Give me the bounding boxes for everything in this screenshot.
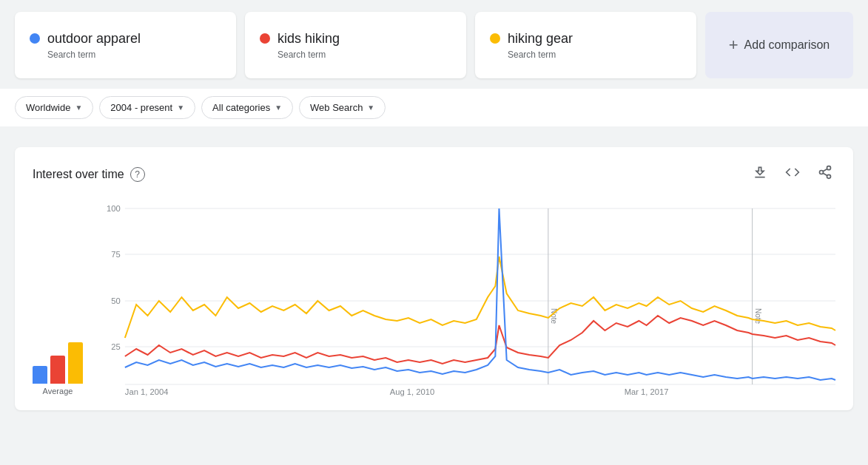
average-label: Average	[43, 387, 73, 396]
svg-text:Mar 1, 2017: Mar 1, 2017	[625, 387, 669, 396]
chart-actions	[750, 162, 835, 186]
avg-bar-red	[50, 356, 65, 384]
term-dot-blue	[30, 33, 40, 44]
term-header: outdoor apparel	[30, 31, 221, 47]
avg-bar-yellow	[68, 342, 83, 384]
search-term-card-outdoor-apparel[interactable]: outdoor apparel Search term	[15, 12, 236, 78]
add-comparison-card[interactable]: + Add comparison	[705, 12, 853, 78]
embed-button[interactable]	[782, 162, 803, 186]
chart-title-row: Interest over time ?	[33, 167, 145, 182]
term-type-kids-hiking: Search term	[277, 50, 451, 60]
chart-container: 100 75 50 25 Note Note Jan 1, 2004 Aug 1…	[95, 201, 835, 396]
chart-area: Average 100 75 50 25 Note N	[33, 201, 835, 396]
chevron-down-icon: ▼	[367, 103, 374, 112]
svg-text:75: 75	[111, 250, 120, 259]
term-type-outdoor-apparel: Search term	[47, 50, 221, 60]
filter-category-label: All categories	[212, 102, 270, 113]
add-comparison-label: Add comparison	[744, 38, 830, 52]
search-terms-row: outdoor apparel Search term kids hiking …	[15, 12, 853, 78]
svg-line-4	[823, 169, 827, 171]
svg-text:Jan 1, 2004: Jan 1, 2004	[125, 387, 169, 396]
term-header: hiking gear	[490, 31, 682, 47]
filters-row: Worldwide ▼ 2004 - present ▼ All categor…	[0, 89, 868, 126]
term-dot-red	[260, 33, 270, 44]
filter-time[interactable]: 2004 - present ▼	[99, 96, 195, 119]
help-icon[interactable]: ?	[130, 167, 145, 182]
filter-search-type[interactable]: Web Search ▼	[299, 96, 386, 119]
filter-time-label: 2004 - present	[110, 102, 172, 113]
line-chart-svg: 100 75 50 25 Note Note Jan 1, 2004 Aug 1…	[95, 201, 835, 393]
term-name-hiking-gear: hiking gear	[508, 31, 573, 47]
filter-region-label: Worldwide	[26, 102, 70, 113]
chart-title: Interest over time	[33, 168, 124, 181]
svg-point-1	[820, 171, 824, 174]
svg-point-2	[827, 174, 831, 178]
line-kids-hiking	[125, 316, 835, 364]
filter-region[interactable]: Worldwide ▼	[15, 96, 93, 119]
plus-icon: +	[729, 35, 739, 55]
svg-text:Aug 1, 2010: Aug 1, 2010	[390, 387, 435, 396]
term-name-outdoor-apparel: outdoor apparel	[47, 31, 141, 47]
svg-text:50: 50	[111, 296, 120, 305]
svg-text:Note: Note	[754, 308, 762, 324]
svg-point-0	[827, 166, 831, 170]
svg-text:25: 25	[111, 342, 120, 351]
term-dot-yellow	[490, 33, 500, 44]
search-term-card-kids-hiking[interactable]: kids hiking Search term	[245, 12, 466, 78]
line-hiking-gear	[125, 257, 835, 338]
avg-bars	[33, 332, 83, 384]
chart-header: Interest over time ?	[33, 162, 835, 186]
filter-category[interactable]: All categories ▼	[201, 96, 293, 119]
filter-search-type-label: Web Search	[310, 102, 363, 113]
term-name-kids-hiking: kids hiking	[277, 31, 340, 47]
download-button[interactable]	[750, 162, 770, 186]
svg-text:100: 100	[107, 204, 121, 213]
svg-line-3	[823, 173, 827, 175]
chevron-down-icon: ▼	[275, 103, 282, 112]
search-term-card-hiking-gear[interactable]: hiking gear Search term	[475, 12, 696, 78]
avg-bar-blue	[33, 366, 47, 384]
chevron-down-icon: ▼	[75, 103, 82, 112]
term-type-hiking-gear: Search term	[508, 50, 682, 60]
term-header: kids hiking	[260, 31, 451, 47]
chevron-down-icon: ▼	[177, 103, 184, 112]
average-section: Average	[33, 332, 83, 396]
main-content: Interest over time ?	[15, 147, 853, 410]
add-comparison-inner: + Add comparison	[729, 35, 830, 55]
share-button[interactable]	[815, 162, 835, 186]
